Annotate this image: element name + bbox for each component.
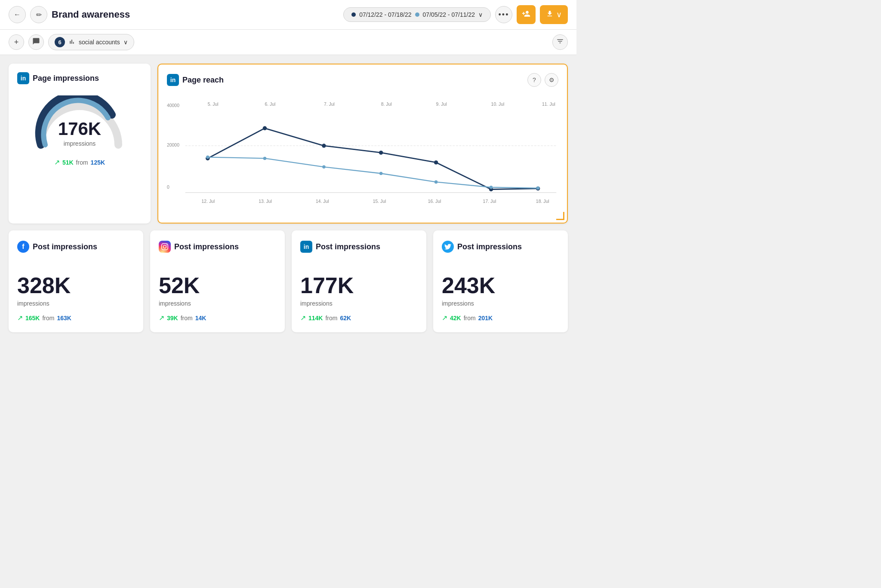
fb-metric-value: 328K bbox=[17, 273, 135, 298]
edit-button[interactable]: ✏ bbox=[30, 6, 47, 23]
x-bot-label-1: 12. Jul bbox=[202, 199, 215, 204]
li-metric-label: impressions bbox=[300, 300, 418, 307]
li-metric-change: ↗ 114K from 62K bbox=[300, 314, 418, 322]
fb-change-val: 165K bbox=[25, 315, 40, 322]
x-bot-label-4: 15. Jul bbox=[373, 199, 386, 204]
sub-header: + 6 social accounts ∨ bbox=[0, 30, 576, 55]
filter-button[interactable] bbox=[552, 34, 568, 50]
x-top-label-3: 7. Jul bbox=[324, 102, 335, 107]
x-bot-label-7: 18. Jul bbox=[536, 199, 549, 204]
header: ← ✏ Brand awareness 07/12/22 - 07/18/22 … bbox=[0, 0, 576, 30]
s1-dot-5 bbox=[434, 160, 438, 164]
add-user-button[interactable] bbox=[517, 5, 536, 24]
fb-card-header: f Post impressions bbox=[17, 241, 135, 253]
li-up-arrow-icon: ↗ bbox=[300, 314, 306, 322]
fb-metric-label: impressions bbox=[17, 300, 135, 307]
impressions-unit: impressions bbox=[58, 140, 101, 147]
current-date-range: 07/12/22 - 07/18/22 bbox=[359, 11, 411, 18]
page-impressions-card: in Page impressions 176K impressions bbox=[9, 64, 151, 224]
li-card-header: in Post impressions bbox=[300, 241, 418, 253]
reach-chart-svg: 40000 20000 0 5. Jul 6. Jul 7. Jul 8. Ju… bbox=[167, 94, 558, 214]
comment-icon bbox=[32, 37, 40, 47]
ig-metric-label: impressions bbox=[159, 300, 276, 307]
li-change-val: 114K bbox=[308, 315, 323, 322]
comments-button[interactable] bbox=[28, 34, 44, 50]
linkedin-reach-icon: in bbox=[167, 74, 179, 86]
change-value: 51K bbox=[62, 159, 74, 166]
bar-chart-icon bbox=[68, 38, 75, 46]
tw-card-title: Post impressions bbox=[457, 242, 522, 251]
ig-change-val: 39K bbox=[167, 315, 178, 322]
tw-post-impressions-card: Post impressions 243K impressions ↗ 42K … bbox=[433, 230, 568, 332]
s1-dot-4 bbox=[379, 150, 383, 154]
download-button[interactable]: ∨ bbox=[540, 5, 568, 24]
fb-from-label: from bbox=[42, 315, 54, 322]
main-content: in Page impressions 176K impressions bbox=[0, 55, 576, 341]
chart-controls: ? ⚙ bbox=[527, 73, 558, 87]
date-range-button[interactable]: 07/12/22 - 07/18/22 07/05/22 - 07/11/22 … bbox=[343, 7, 491, 22]
ig-metric-change: ↗ 39K from 14K bbox=[159, 314, 276, 322]
tw-prev-val: 201K bbox=[478, 315, 493, 322]
page-reach-header: in Page reach ? ⚙ bbox=[167, 73, 558, 87]
x-top-label-5: 9. Jul bbox=[436, 102, 447, 107]
social-accounts-button[interactable]: 6 social accounts ∨ bbox=[48, 34, 134, 50]
linkedin-label: in bbox=[21, 75, 26, 82]
x-top-label-4: 8. Jul bbox=[381, 102, 392, 107]
li-card-title: Post impressions bbox=[316, 242, 380, 251]
li-post-impressions-card: in Post impressions 177K impressions ↗ 1… bbox=[292, 230, 426, 332]
page-reach-card: in Page reach ? ⚙ 40000 20000 0 bbox=[157, 64, 568, 224]
s2-dot-5 bbox=[434, 181, 438, 184]
chevron-down-icon: ∨ bbox=[556, 10, 562, 19]
page-impressions-title: Page impressions bbox=[33, 74, 99, 83]
series1-line bbox=[208, 128, 538, 189]
up-arrow-icon: ↗ bbox=[54, 158, 60, 166]
gear-icon: ⚙ bbox=[549, 77, 554, 83]
back-button[interactable]: ← bbox=[9, 6, 26, 23]
x-top-label-6: 10. Jul bbox=[491, 102, 505, 107]
series2-line bbox=[208, 157, 538, 188]
instagram-icon bbox=[159, 241, 171, 253]
help-icon: ? bbox=[533, 77, 536, 83]
facebook-icon: f bbox=[17, 241, 29, 253]
post-impressions-row: f Post impressions 328K impressions ↗ 16… bbox=[9, 230, 568, 332]
accounts-chevron-icon: ∨ bbox=[123, 39, 128, 46]
download-icon bbox=[546, 10, 554, 20]
header-left: ← ✏ Brand awareness bbox=[9, 6, 339, 23]
help-button[interactable]: ? bbox=[527, 73, 541, 87]
prev-date-range: 07/05/22 - 07/11/22 bbox=[423, 11, 475, 18]
y-label-0: 0 bbox=[167, 185, 169, 190]
settings-button[interactable]: ⚙ bbox=[545, 73, 558, 87]
change-from-label: from bbox=[76, 159, 88, 166]
li-metric-value: 177K bbox=[300, 273, 418, 298]
twitter-icon bbox=[442, 241, 454, 253]
s2-dot-2 bbox=[263, 157, 267, 160]
s2-dot-1 bbox=[206, 156, 209, 159]
back-icon: ← bbox=[14, 11, 21, 18]
x-top-label-7: 11. Jul bbox=[542, 102, 555, 107]
impressions-value: 176K bbox=[58, 119, 101, 139]
ig-prev-val: 14K bbox=[195, 315, 206, 322]
ig-card-title: Post impressions bbox=[174, 242, 239, 251]
impressions-change: ↗ 51K from 125K bbox=[54, 158, 105, 166]
linkedin-icon: in bbox=[17, 72, 29, 84]
y-label-20k: 20000 bbox=[167, 143, 179, 147]
current-date-dot bbox=[351, 12, 356, 17]
more-options-button[interactable]: ••• bbox=[495, 6, 512, 23]
gauge-container: 176K impressions ↗ 51K from 125K bbox=[17, 91, 142, 171]
tw-change-val: 42K bbox=[450, 315, 461, 322]
gauge-value: 176K impressions bbox=[58, 119, 101, 147]
ig-up-arrow-icon: ↗ bbox=[159, 314, 164, 322]
plus-icon: + bbox=[14, 38, 19, 47]
tw-card-header: Post impressions bbox=[442, 241, 559, 253]
ig-metric-value: 52K bbox=[159, 273, 276, 298]
tw-metric-change: ↗ 42K from 201K bbox=[442, 314, 559, 322]
filter-icon bbox=[556, 37, 564, 47]
chevron-down-icon: ∨ bbox=[478, 11, 483, 18]
x-top-label-2: 6. Jul bbox=[265, 102, 276, 107]
add-widget-button[interactable]: + bbox=[9, 34, 24, 50]
li-from-label: from bbox=[325, 315, 337, 322]
x-bot-label-3: 14. Jul bbox=[316, 199, 329, 204]
tw-metric-value: 243K bbox=[442, 273, 559, 298]
linkedin-post-icon: in bbox=[300, 241, 312, 253]
s1-dot-3 bbox=[322, 144, 326, 147]
